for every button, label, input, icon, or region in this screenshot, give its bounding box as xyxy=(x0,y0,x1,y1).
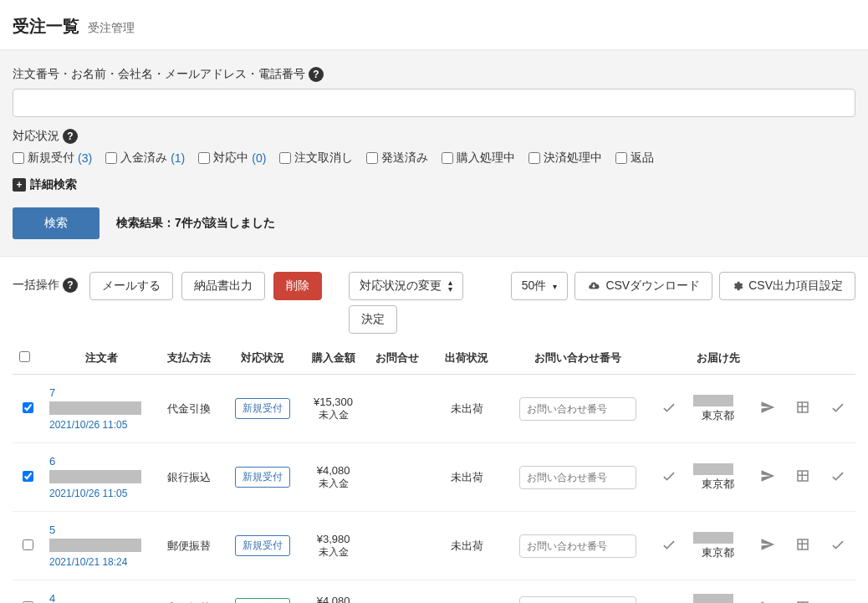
status-checkbox[interactable] xyxy=(279,152,291,164)
row-checkbox[interactable] xyxy=(23,539,33,550)
row-checkbox[interactable] xyxy=(23,471,33,482)
amount-cell: ¥4,080未入金 xyxy=(301,443,365,512)
tracking-input[interactable] xyxy=(519,466,636,489)
destination-placeholder xyxy=(693,395,733,406)
status-label: 対応状況 ? xyxy=(13,129,855,144)
orderer-name-placeholder xyxy=(49,401,141,415)
grid-icon[interactable] xyxy=(795,600,810,604)
decide-button[interactable]: 決定 xyxy=(349,305,397,334)
status-checkbox-item[interactable]: 決済処理中 xyxy=(528,151,602,166)
confirm-icon[interactable] xyxy=(830,599,846,604)
caret-down-icon: ▾ xyxy=(553,282,557,291)
search-button[interactable]: 検索 xyxy=(13,207,100,239)
order-number-link[interactable]: 5 xyxy=(49,524,154,536)
status-checkbox[interactable] xyxy=(105,152,117,164)
orderer-cell: 52021/10/21 18:24 xyxy=(43,512,161,580)
destination-cell: 東京都 xyxy=(687,512,750,580)
grid-icon[interactable] xyxy=(795,537,810,552)
col-ship-status: 出荷状況 xyxy=(429,342,505,375)
order-number-link[interactable]: 6 xyxy=(49,455,154,468)
status-badge: 発送済み xyxy=(235,598,290,604)
status-checkbox[interactable] xyxy=(615,152,627,164)
orderer-name-placeholder xyxy=(49,539,141,552)
check-icon[interactable] xyxy=(661,599,677,604)
select-all-checkbox[interactable] xyxy=(19,351,30,362)
amount-cell: ¥4,080未入金 xyxy=(301,580,365,604)
confirm-icon[interactable] xyxy=(830,536,846,553)
tracking-input[interactable] xyxy=(519,397,636,421)
orderer-cell: 4 xyxy=(43,580,161,604)
table-row: 72021/10/26 11:05代金引換新規受付¥15,300未入金未出荷東京… xyxy=(13,375,855,443)
status-checkbox[interactable] xyxy=(198,152,210,164)
tracking-cell xyxy=(505,580,651,604)
status-checkbox-item[interactable]: 新規受付(3) xyxy=(13,151,92,166)
ship-status-cell: 未出荷 xyxy=(429,512,505,580)
destination-cell: 東京都 xyxy=(687,443,750,512)
tracking-cell xyxy=(505,512,651,580)
status-cell: 新規受付 xyxy=(225,443,302,512)
destination-placeholder xyxy=(693,532,733,544)
order-number-link[interactable]: 4 xyxy=(49,592,154,603)
status-checkbox[interactable] xyxy=(442,152,453,164)
slip-button[interactable]: 納品書出力 xyxy=(181,272,265,300)
csv-settings-button[interactable]: CSV出力項目設定 xyxy=(719,272,855,300)
col-tracking: お問い合わせ番号 xyxy=(505,342,651,375)
grid-icon[interactable] xyxy=(795,400,810,415)
check-icon[interactable] xyxy=(661,536,677,553)
amount-cell: ¥3,980未入金 xyxy=(301,512,365,580)
status-change-group: 対応状況の変更 ▴▾ 決定 xyxy=(349,272,463,334)
confirm-icon[interactable] xyxy=(830,399,846,416)
help-icon[interactable]: ? xyxy=(63,278,78,293)
advanced-search-toggle[interactable]: + 詳細検索 xyxy=(13,177,855,192)
status-checkbox-item[interactable]: 対応中(0) xyxy=(198,151,266,166)
per-page-select[interactable]: 50件 ▾ xyxy=(511,272,569,300)
send-icon[interactable] xyxy=(760,537,775,552)
status-checkbox-item[interactable]: 入金済み(1) xyxy=(105,151,185,166)
status-checkbox[interactable] xyxy=(366,152,378,164)
status-checkbox[interactable] xyxy=(528,152,540,164)
toolbar-right: 50件 ▾ CSVダウンロード CSV出力項目設定 xyxy=(511,272,855,300)
delete-button[interactable]: 削除 xyxy=(273,272,322,300)
status-change-select[interactable]: 対応状況の変更 ▴▾ xyxy=(349,272,463,300)
col-destination: お届け先 xyxy=(687,342,750,375)
send-icon[interactable] xyxy=(760,600,775,604)
help-icon[interactable]: ? xyxy=(63,129,78,144)
orderer-cell: 72021/10/26 11:05 xyxy=(43,375,161,443)
inquiry-cell xyxy=(365,512,429,580)
tracking-input[interactable] xyxy=(519,596,636,603)
orderer-cell: 62021/10/26 11:05 xyxy=(43,443,161,512)
orderer-name-placeholder xyxy=(49,470,141,483)
csv-download-button[interactable]: CSVダウンロード xyxy=(574,272,712,300)
order-number-link[interactable]: 7 xyxy=(49,386,154,399)
check-icon[interactable] xyxy=(661,468,677,484)
tracking-input[interactable] xyxy=(519,534,636,558)
cloud-download-icon xyxy=(587,280,600,292)
order-date: 2021/10/26 11:05 xyxy=(49,419,127,431)
check-icon[interactable] xyxy=(661,399,677,416)
help-icon[interactable]: ? xyxy=(309,67,324,82)
page-title: 受注一覧 xyxy=(13,15,79,38)
inquiry-cell xyxy=(365,443,429,512)
search-section: 注文番号・お名前・会社名・メールアドレス・電話番号 ? 対応状況 ? 新規受付(… xyxy=(0,50,868,257)
status-checkbox-item[interactable]: 注文取消し xyxy=(279,151,353,166)
order-date: 2021/10/26 11:05 xyxy=(49,488,127,499)
search-result-text: 検索結果：7件が該当しました xyxy=(116,216,275,231)
row-checkbox[interactable] xyxy=(23,402,33,413)
status-checkbox[interactable] xyxy=(13,152,24,164)
status-checkbox-item[interactable]: 購入処理中 xyxy=(442,151,515,166)
confirm-icon[interactable] xyxy=(830,468,846,484)
keyword-input[interactable] xyxy=(13,89,855,117)
order-date: 2021/10/21 18:24 xyxy=(49,556,127,568)
payment-cell: 代金引換 xyxy=(161,375,224,443)
mail-button[interactable]: メールする xyxy=(89,272,173,300)
grid-icon[interactable] xyxy=(795,468,810,483)
status-checkbox-item[interactable]: 返品 xyxy=(615,151,654,166)
col-inquiry: お問合せ xyxy=(365,342,429,375)
col-amount: 購入金額 xyxy=(301,342,365,375)
bulk-toolbar: 一括操作 ? メールする 納品書出力 削除 対応状況の変更 ▴▾ 決定 50件 … xyxy=(0,257,868,342)
send-icon[interactable] xyxy=(760,400,775,415)
status-cell: 発送済み xyxy=(225,580,302,604)
orders-table: 注文者 支払方法 対応状況 購入金額 お問合せ 出荷状況 お問い合わせ番号 お届… xyxy=(13,342,855,603)
status-checkbox-item[interactable]: 発送済み xyxy=(366,151,428,166)
send-icon[interactable] xyxy=(760,468,775,483)
